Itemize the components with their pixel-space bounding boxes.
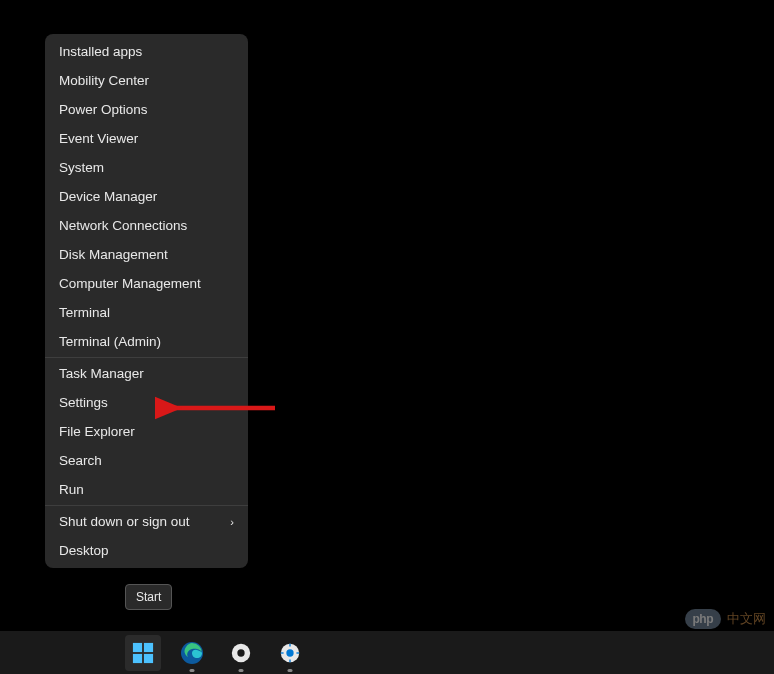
running-indicator — [288, 669, 293, 672]
taskbar-app[interactable] — [223, 635, 259, 671]
app-icon — [230, 642, 252, 664]
menu-label: Terminal — [59, 305, 110, 320]
menu-label: System — [59, 160, 104, 175]
menu-label: Search — [59, 453, 102, 468]
menu-label: Event Viewer — [59, 131, 138, 146]
menu-item-task-manager[interactable]: Task Manager — [45, 359, 248, 388]
menu-item-run[interactable]: Run — [45, 475, 248, 504]
watermark-text: 中文网 — [727, 610, 766, 628]
menu-item-network-connections[interactable]: Network Connections — [45, 211, 248, 240]
svg-rect-5 — [144, 653, 153, 662]
menu-item-installed-apps[interactable]: Installed apps — [45, 37, 248, 66]
menu-item-event-viewer[interactable]: Event Viewer — [45, 124, 248, 153]
power-user-menu: Installed apps Mobility Center Power Opt… — [45, 34, 248, 568]
svg-point-8 — [237, 649, 244, 656]
taskbar-edge[interactable] — [174, 635, 210, 671]
taskbar-icons-container — [125, 635, 308, 671]
settings-icon — [279, 642, 301, 664]
menu-item-terminal[interactable]: Terminal — [45, 298, 248, 327]
menu-label: Desktop — [59, 543, 109, 558]
menu-label: Power Options — [59, 102, 148, 117]
menu-item-shutdown[interactable]: Shut down or sign out › — [45, 507, 248, 536]
menu-label: Disk Management — [59, 247, 168, 262]
windows-icon — [132, 642, 154, 664]
taskbar — [0, 631, 774, 674]
watermark: php 中文网 — [685, 606, 767, 631]
menu-label: Network Connections — [59, 218, 187, 233]
menu-item-system[interactable]: System — [45, 153, 248, 182]
menu-item-desktop[interactable]: Desktop — [45, 536, 248, 565]
menu-label: Computer Management — [59, 276, 201, 291]
menu-item-settings[interactable]: Settings — [45, 388, 248, 417]
taskbar-settings[interactable] — [272, 635, 308, 671]
menu-item-search[interactable]: Search — [45, 446, 248, 475]
menu-label: Installed apps — [59, 44, 142, 59]
menu-label: Run — [59, 482, 84, 497]
chevron-right-icon: › — [230, 516, 234, 528]
menu-label: Mobility Center — [59, 73, 149, 88]
running-indicator — [239, 669, 244, 672]
svg-rect-4 — [133, 653, 142, 662]
menu-label: Settings — [59, 395, 108, 410]
menu-item-disk-management[interactable]: Disk Management — [45, 240, 248, 269]
running-indicator — [190, 669, 195, 672]
menu-item-terminal-admin[interactable]: Terminal (Admin) — [45, 327, 248, 356]
start-button[interactable] — [125, 635, 161, 671]
menu-label: File Explorer — [59, 424, 135, 439]
svg-point-10 — [286, 649, 293, 656]
menu-item-power-options[interactable]: Power Options — [45, 95, 248, 124]
menu-label: Shut down or sign out — [59, 514, 190, 529]
menu-item-device-manager[interactable]: Device Manager — [45, 182, 248, 211]
menu-separator — [45, 357, 248, 358]
watermark-badge: php — [685, 609, 722, 629]
svg-rect-3 — [144, 642, 153, 651]
tooltip-text: Start — [136, 590, 161, 604]
menu-label: Task Manager — [59, 366, 144, 381]
edge-icon — [180, 641, 204, 665]
menu-item-mobility-center[interactable]: Mobility Center — [45, 66, 248, 95]
svg-rect-2 — [133, 642, 142, 651]
menu-label: Terminal (Admin) — [59, 334, 161, 349]
menu-label: Device Manager — [59, 189, 157, 204]
menu-separator — [45, 505, 248, 506]
start-tooltip: Start — [125, 584, 172, 610]
menu-item-file-explorer[interactable]: File Explorer — [45, 417, 248, 446]
menu-item-computer-management[interactable]: Computer Management — [45, 269, 248, 298]
